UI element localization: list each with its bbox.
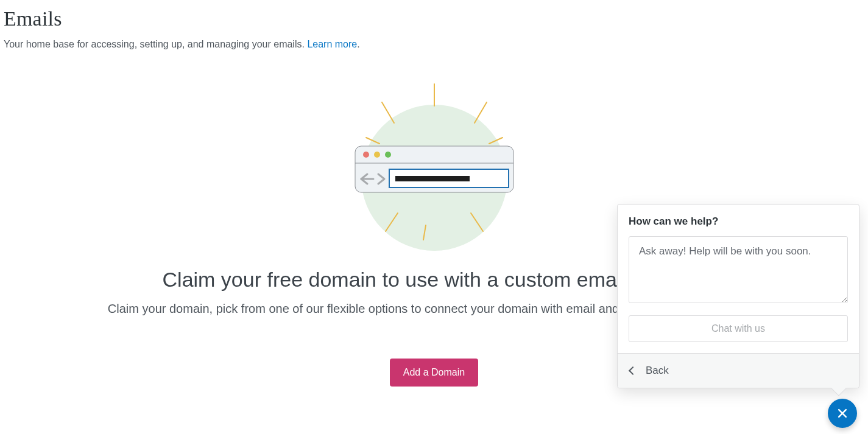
svg-line-2: [382, 102, 394, 123]
help-popover: How can we help? Chat with us Back: [617, 204, 859, 388]
add-domain-button[interactable]: Add a Domain: [390, 359, 478, 387]
help-back-label: Back: [646, 365, 669, 377]
svg-line-3: [475, 102, 487, 123]
help-back-button[interactable]: Back: [629, 362, 670, 379]
svg-point-11: [374, 152, 380, 158]
page-subtitle-text: Your home base for accessing, setting up…: [4, 39, 307, 49]
svg-rect-17: [395, 176, 470, 181]
chat-with-us-button[interactable]: Chat with us: [629, 315, 848, 342]
page-title: Emails: [4, 7, 864, 30]
close-icon: [836, 407, 849, 419]
help-input[interactable]: [629, 236, 848, 303]
svg-point-10: [363, 152, 369, 158]
chevron-left-icon: [629, 366, 637, 375]
page-subtitle-suffix: .: [357, 39, 359, 49]
learn-more-link[interactable]: Learn more: [307, 39, 357, 49]
page-subtitle: Your home base for accessing, setting up…: [4, 39, 864, 50]
help-close-fab[interactable]: [828, 399, 857, 428]
svg-point-12: [385, 152, 391, 158]
browser-illustration-icon: [343, 80, 526, 263]
help-title: How can we help?: [629, 215, 848, 228]
